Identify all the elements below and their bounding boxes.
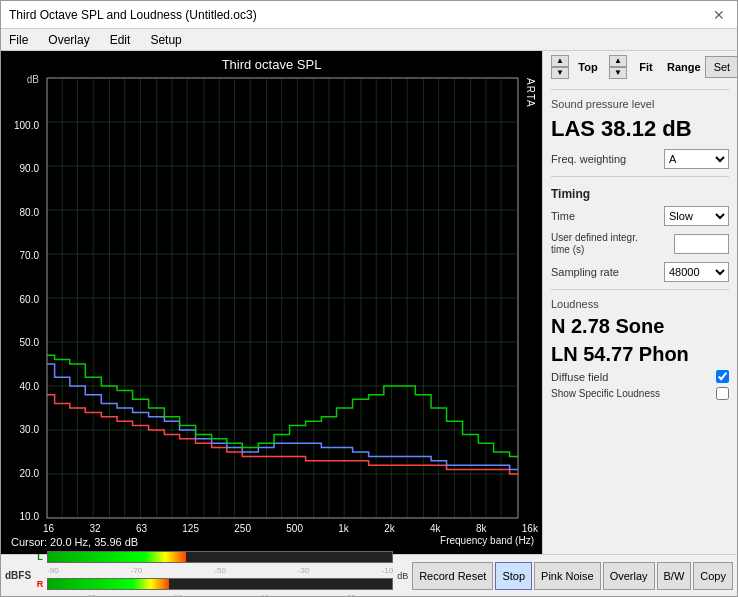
x-8k: 8k xyxy=(476,523,487,534)
chart-area: Third octave SPL dB 100.0 90.0 80.0 70.0… xyxy=(1,51,542,554)
overlay-button[interactable]: Overlay xyxy=(603,562,655,590)
x-1k: 1k xyxy=(338,523,349,534)
db-label: dB xyxy=(397,571,408,581)
y-90: 90.0 xyxy=(20,163,39,174)
user-time-input[interactable]: 10 xyxy=(674,234,729,254)
y-20: 20.0 xyxy=(20,468,39,479)
spl-section-label: Sound pressure level xyxy=(551,98,729,110)
y-10: 10.0 xyxy=(20,511,39,522)
fit-label[interactable]: Fit xyxy=(631,61,661,73)
divider-3 xyxy=(551,289,729,290)
y-label-db: dB xyxy=(27,74,39,85)
x-4k: 4k xyxy=(430,523,441,534)
main-window: Third Octave SPL and Loudness (Untitled.… xyxy=(0,0,738,597)
y-70: 70.0 xyxy=(20,250,39,261)
chart-bottom-info: Cursor: 20.0 Hz, 35.96 dB Frequency band… xyxy=(5,534,538,550)
chart-canvas-container: ARTA xyxy=(43,74,538,522)
y-100: 100.0 xyxy=(14,120,39,131)
fit-down-btn[interactable]: ▼ xyxy=(609,67,627,79)
side-panel: ▲ ▼ Top ▲ ▼ Fit Range Set xyxy=(542,51,737,554)
freq-weighting-select[interactable]: A B C Z xyxy=(664,149,729,169)
range-label: Range xyxy=(667,61,701,73)
x-500: 500 xyxy=(286,523,303,534)
divider-1 xyxy=(551,89,729,90)
time-label: Time xyxy=(551,210,664,222)
menu-file[interactable]: File xyxy=(5,32,32,48)
sampling-rate-select[interactable]: 44100 48000 96000 xyxy=(664,262,729,282)
content-area: Third octave SPL dB 100.0 90.0 80.0 70.0… xyxy=(1,51,737,554)
chart-title: Third octave SPL xyxy=(5,55,538,74)
tick-l-30: -30 xyxy=(298,566,310,575)
tick-l-10: -10 xyxy=(382,566,394,575)
x-250: 250 xyxy=(234,523,251,534)
chart-wrapper: dB 100.0 90.0 80.0 70.0 60.0 50.0 40.0 3… xyxy=(5,74,538,522)
diffuse-field-checkbox[interactable] xyxy=(716,370,729,383)
bw-button[interactable]: B/W xyxy=(657,562,692,590)
record-reset-button[interactable]: Record Reset xyxy=(412,562,493,590)
level-meters: L -90 -70 -50 -30 -10 R xyxy=(35,549,393,597)
loudness-ln: LN 54.77 Phon xyxy=(551,342,729,366)
copy-button[interactable]: Copy xyxy=(693,562,733,590)
user-time-label: User defined integr. time (s) xyxy=(551,232,641,256)
stop-button[interactable]: Stop xyxy=(495,562,532,590)
x-125: 125 xyxy=(182,523,199,534)
freq-weighting-row: Freq. weighting A B C Z xyxy=(551,149,729,169)
divider-2 xyxy=(551,176,729,177)
y-axis: dB 100.0 90.0 80.0 70.0 60.0 50.0 40.0 3… xyxy=(5,74,43,522)
menu-overlay[interactable]: Overlay xyxy=(44,32,93,48)
range-pair: Range Set xyxy=(667,55,737,79)
y-80: 80.0 xyxy=(20,207,39,218)
main-chart-canvas[interactable] xyxy=(43,74,538,522)
meter-l-row: L xyxy=(35,549,393,565)
menu-setup[interactable]: Setup xyxy=(146,32,185,48)
fit-pair: ▲ ▼ Fit xyxy=(609,55,661,79)
x-2k: 2k xyxy=(384,523,395,534)
r-tick-labels: -80 -60 -40 -20 xyxy=(35,593,393,597)
top-spin: ▲ ▼ xyxy=(551,55,569,79)
freq-band-label: Frequency band (Hz) xyxy=(140,535,534,549)
x-63: 63 xyxy=(136,523,147,534)
menu-bar: File Overlay Edit Setup xyxy=(1,29,737,51)
bottom-bar: dBFS L -90 -70 -50 -30 -10 R xyxy=(1,554,737,596)
sampling-rate-row: Sampling rate 44100 48000 96000 xyxy=(551,262,729,282)
top-up-btn[interactable]: ▲ xyxy=(551,55,569,67)
sampling-rate-label: Sampling rate xyxy=(551,266,664,278)
top-fit-pair: ▲ ▼ Top xyxy=(551,55,603,79)
tick-r-20: -20 xyxy=(344,593,356,597)
close-button[interactable]: ✕ xyxy=(709,5,729,25)
tick-r-80: -80 xyxy=(85,593,97,597)
timing-section-title: Timing xyxy=(551,187,729,201)
show-specific-label: Show Specific Loudness xyxy=(551,388,712,399)
spl-value: LAS 38.12 dB xyxy=(551,116,729,142)
dbfs-label: dBFS xyxy=(5,570,31,581)
pink-noise-button[interactable]: Pink Noise xyxy=(534,562,601,590)
x-16: 16 xyxy=(43,523,54,534)
arta-label: ARTA xyxy=(525,78,536,108)
diffuse-field-label: Diffuse field xyxy=(551,371,712,383)
time-select[interactable]: Slow Fast Impulse xyxy=(664,206,729,226)
fit-up-btn[interactable]: ▲ xyxy=(609,55,627,67)
show-specific-checkbox[interactable] xyxy=(716,387,729,400)
show-specific-row: Show Specific Loudness xyxy=(551,387,729,400)
freq-weighting-label: Freq. weighting xyxy=(551,153,664,165)
loudness-section-label: Loudness xyxy=(551,298,729,310)
x-32: 32 xyxy=(89,523,100,534)
r-channel-label: R xyxy=(35,579,45,589)
y-30: 30.0 xyxy=(20,424,39,435)
top-label[interactable]: Top xyxy=(573,61,603,73)
meter-l-fill xyxy=(48,552,186,562)
diffuse-field-row: Diffuse field xyxy=(551,370,729,383)
meter-l-bar xyxy=(47,551,393,563)
meter-r-bar xyxy=(47,578,393,590)
meter-r-fill xyxy=(48,579,168,589)
tick-r-60: -60 xyxy=(171,593,183,597)
l-tick-labels: -90 -70 -50 -30 -10 xyxy=(35,566,393,575)
action-buttons: Record Reset Stop Pink Noise Overlay B/W… xyxy=(412,562,733,590)
top-down-btn[interactable]: ▼ xyxy=(551,67,569,79)
y-60: 60.0 xyxy=(20,294,39,305)
menu-edit[interactable]: Edit xyxy=(106,32,135,48)
set-button[interactable]: Set xyxy=(705,56,737,78)
x-16k: 16k xyxy=(522,523,538,534)
meter-r-row: R xyxy=(35,576,393,592)
x-axis-labels: 16 32 63 125 250 500 1k 2k 4k 8k 16k xyxy=(5,522,538,534)
